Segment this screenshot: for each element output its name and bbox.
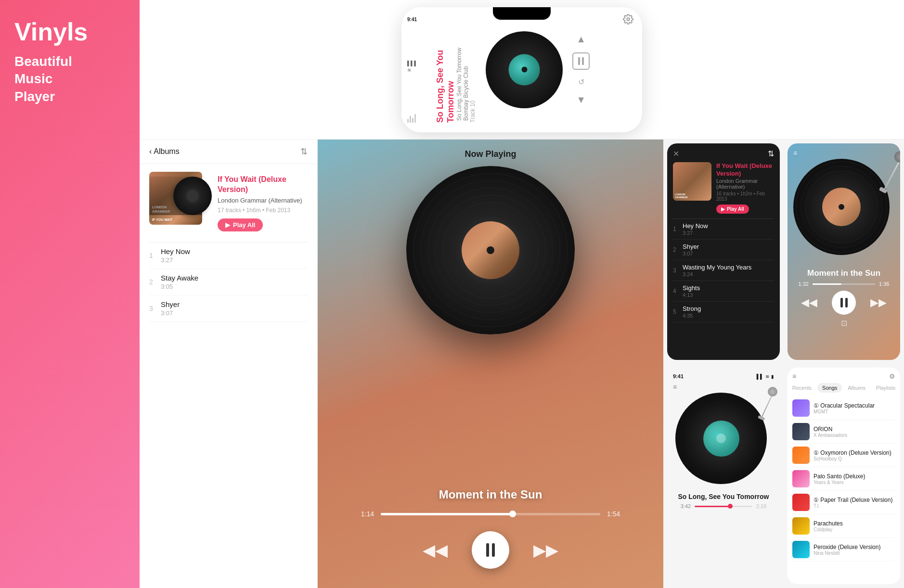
tt-vinyl-container — [793, 159, 899, 265]
dark-track-item[interactable]: 4 Sights 4:13 — [673, 281, 774, 302]
song-info: ① Oracular Spectacular MGMT — [814, 402, 895, 414]
tonearm-pivot — [894, 151, 900, 163]
tt-progress-container[interactable]: 1:32 1:36 — [799, 281, 890, 287]
song-item[interactable]: ① Oracular Spectacular MGMT — [792, 396, 895, 420]
song-item[interactable]: Parachutes Coldplay — [792, 514, 895, 538]
progress-fill — [381, 513, 513, 515]
up-arrow[interactable]: ▲ — [576, 34, 586, 45]
white-turntable-phone: 9:41 ▌▌ ≋ ▮ ≡ — [667, 368, 780, 584]
track-duration: 3:05 — [161, 283, 308, 290]
wtp-progress-thumb[interactable] — [728, 504, 733, 509]
dark-track-details: Hey Now 3:27 — [683, 222, 708, 236]
sort-icon[interactable]: ⇅ — [300, 146, 308, 157]
slp-gear-icon[interactable]: ⚙ — [889, 372, 895, 380]
album-artist: London Grammar (Alternative) — [218, 197, 308, 204]
tt-menu-icon[interactable]: ≡ — [793, 149, 797, 157]
dark-album-cover: LONDONGRAMMAR — [673, 162, 711, 201]
album-artwork: LONDONGRAMMARIF YOU WAIT — [149, 172, 212, 234]
dark-track-details: Strong 4:35 — [683, 305, 701, 319]
now-playing-label: Now Playing — [465, 149, 516, 159]
track-item[interactable]: 1 Hey Now 3:27 — [149, 243, 308, 269]
vinyl-area — [486, 31, 563, 108]
repeat-icon[interactable]: ↺ — [578, 77, 584, 87]
album-list-header: ‹ Albums ⇅ — [140, 140, 317, 164]
pause-button[interactable] — [472, 531, 509, 569]
dark-play-all-button[interactable]: ▶ Play All — [716, 205, 749, 214]
dark-track-duration: 4:13 — [683, 292, 700, 298]
tab-recents[interactable]: Recents — [788, 383, 816, 393]
status-bar: 9:41 ▌▌ ≋ ▮ — [673, 373, 774, 379]
progress-thumb[interactable] — [509, 511, 516, 517]
tt-rewind-button[interactable]: ◀◀ — [801, 296, 817, 309]
tt-pause-button[interactable] — [832, 291, 856, 315]
dark-album-title: If You Wait (Deluxe Version) — [716, 162, 774, 177]
dark-track-name: Sights — [683, 284, 700, 292]
down-arrow[interactable]: ▼ — [576, 94, 586, 105]
wtp-progress-container[interactable]: 3:42 2:19 — [681, 503, 767, 509]
track-list: 1 Hey Now 3:27 2 Stay Awake 3:05 — [140, 243, 317, 322]
tt-forward-button[interactable]: ▶▶ — [870, 296, 887, 309]
dark-track-duration: 4:35 — [683, 313, 701, 319]
track-info-vertical: So Long, See You Tomorrow So Long, See Y… — [435, 17, 476, 123]
gear-icon[interactable] — [623, 14, 633, 26]
eq-bars — [407, 113, 416, 123]
dark-track-num: 1 — [673, 226, 683, 232]
np-track-title: Moment in the Sun — [439, 488, 542, 501]
dark-track-item[interactable]: 3 Wasting My Young Years 3:24 — [673, 260, 774, 281]
song-item[interactable]: ORION X Ambassadors — [792, 420, 895, 444]
phone-time: 9:41 — [407, 17, 417, 22]
close-button[interactable]: ✕ — [673, 149, 679, 158]
pause-icon[interactable] — [572, 52, 590, 70]
airplay-icon[interactable]: ⊡ — [841, 319, 847, 328]
dark-album-hero: LONDONGRAMMAR If You Wait (Deluxe Versio… — [673, 162, 774, 214]
track-duration: 3:27 — [161, 256, 308, 264]
track-name: Hey Now — [161, 247, 308, 256]
back-label: Albums — [154, 147, 179, 156]
song-thumbnail — [792, 494, 810, 511]
tab-playlists[interactable]: Playlists — [871, 383, 900, 393]
play-all-button[interactable]: ▶ Play All — [218, 218, 263, 231]
rewind-button[interactable]: ◀◀ — [423, 540, 448, 560]
song-item[interactable]: Peroxide (Deluxe Version) Nina Nesbitt — [792, 538, 895, 562]
album-title: If You Wait (Deluxe Version) — [218, 175, 308, 195]
song-artist: X Ambassadors — [814, 433, 895, 438]
tab-albums[interactable]: Albums — [843, 383, 870, 393]
tt-progress-track[interactable] — [813, 283, 875, 285]
play-all-label: Play All — [233, 221, 255, 229]
dark-track-item[interactable]: 1 Hey Now 3:27 — [673, 219, 774, 240]
track-num: 2 — [149, 278, 161, 286]
turntable-phone-cell: ≡ — [784, 140, 904, 364]
song-info: ① Paper Trail (Deluxe Version) T.I. — [814, 497, 895, 509]
dark-track-item[interactable]: 2 Shyer 3:07 — [673, 240, 774, 260]
progress-track[interactable] — [381, 513, 600, 515]
track-item[interactable]: 2 Stay Awake 3:05 — [149, 269, 308, 295]
slp-menu-icon[interactable]: ≡ — [792, 372, 796, 380]
phone-notch — [493, 7, 551, 20]
forward-button[interactable]: ▶▶ — [533, 540, 558, 560]
dark-track-details: Sights 4:13 — [683, 284, 700, 298]
wtp-progress-track[interactable] — [695, 506, 752, 507]
song-artist: Coldplay — [814, 527, 895, 532]
dark-track-item[interactable]: 5 Strong 4:35 — [673, 302, 774, 322]
progress-bar-container[interactable]: 1:14 1:54 — [361, 510, 620, 518]
dark-track-name: Hey Now — [683, 222, 708, 230]
tab-songs[interactable]: Songs — [817, 383, 842, 393]
track-details: Stay Awake 3:05 — [161, 274, 308, 290]
track-item[interactable]: 3 Shyer 3:07 — [149, 295, 308, 322]
wtp-time-current: 3:42 — [681, 503, 691, 509]
slp-song-list: ① Oracular Spectacular MGMT ORION X Amba… — [792, 396, 895, 562]
wtp-menu-icon[interactable]: ≡ — [673, 383, 677, 391]
song-info: ① Oxymoron (Deluxe Version) ScHoolboy Q — [814, 449, 895, 461]
wtp-vinyl — [675, 393, 767, 484]
slp-header: ≡ ⚙ — [792, 372, 895, 380]
sort-button[interactable]: ⇅ — [768, 149, 774, 158]
album-cover-area: LONDONGRAMMARIF YOU WAIT If You Wait (De… — [140, 164, 317, 242]
wtp-progress-fill — [695, 506, 730, 507]
back-button[interactable]: ‹ Albums — [149, 147, 180, 156]
tt-pause-icon — [840, 298, 848, 307]
song-item[interactable]: ① Paper Trail (Deluxe Version) T.I. — [792, 491, 895, 514]
play-icon: ▶ — [721, 206, 725, 212]
song-info: ORION X Ambassadors — [814, 426, 895, 438]
song-item[interactable]: ① Oxymoron (Deluxe Version) ScHoolboy Q — [792, 444, 895, 467]
song-item[interactable]: Palo Santo (Deluxe) Years & Years — [792, 467, 895, 491]
